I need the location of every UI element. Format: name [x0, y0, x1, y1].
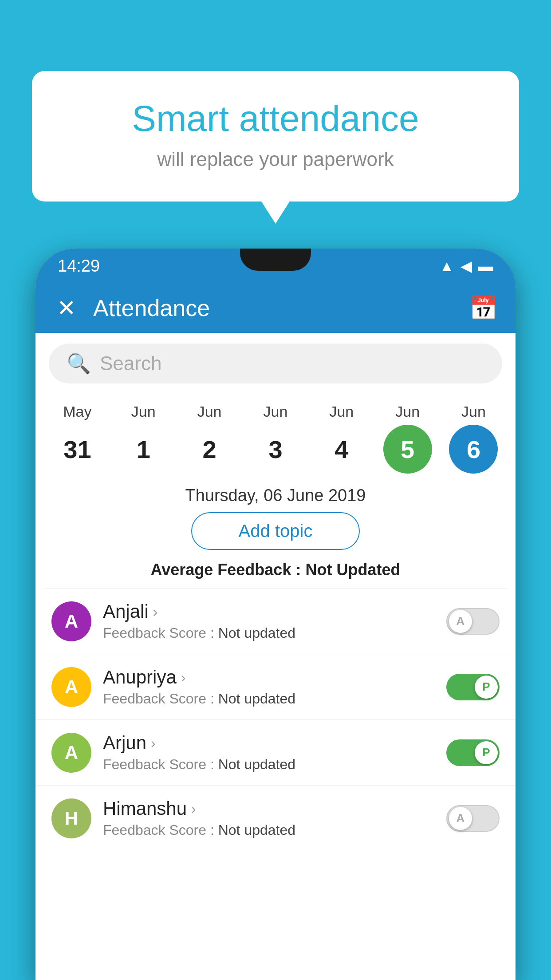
cal-date[interactable]: 1	[119, 425, 168, 474]
cal-month: Jun	[461, 403, 486, 420]
calendar-row: May31Jun1Jun2Jun3Jun4Jun5Jun6	[35, 394, 516, 474]
student-name[interactable]: Himanshu ›	[103, 798, 435, 819]
chevron-icon: ›	[181, 669, 186, 686]
cal-month: Jun	[395, 403, 420, 420]
calendar-day[interactable]: Jun5	[383, 403, 432, 474]
avatar: H	[51, 798, 91, 838]
cal-month: Jun	[197, 403, 222, 420]
student-info: Anjali ›Feedback Score : Not updated	[103, 601, 435, 641]
app-bar: ✕ Attendance 📅	[35, 283, 516, 333]
student-info: Himanshu ›Feedback Score : Not updated	[103, 798, 435, 838]
status-icons: ▲ ◀ ▬	[439, 257, 493, 275]
student-item: AArjun ›Feedback Score : Not updatedP	[35, 720, 516, 786]
signal-icon: ◀	[460, 257, 472, 275]
speech-bubble-title: Smart attendance	[67, 98, 484, 139]
attendance-toggle[interactable]: A	[446, 608, 500, 635]
chevron-icon: ›	[151, 735, 156, 751]
toggle-thumb: P	[475, 676, 498, 699]
chevron-icon: ›	[191, 801, 196, 817]
attendance-toggle[interactable]: A	[446, 805, 500, 832]
avatar: A	[51, 601, 91, 641]
toggle-thumb: P	[475, 741, 498, 764]
phone-frame: 14:29 ▲ ◀ ▬ ✕ Attendance 📅 🔍 Search May3…	[35, 249, 516, 980]
status-time: 14:29	[58, 257, 100, 276]
add-topic-button[interactable]: Add topic	[191, 512, 360, 550]
calendar-day[interactable]: Jun1	[119, 403, 168, 474]
feedback-score: Feedback Score : Not updated	[103, 691, 435, 707]
wifi-icon: ▲	[439, 257, 454, 275]
attendance-toggle[interactable]: P	[446, 739, 500, 766]
avatar: A	[51, 667, 91, 707]
cal-month: May	[63, 403, 91, 420]
phone-notch	[240, 249, 311, 271]
speech-bubble: Smart attendance will replace your paper…	[32, 71, 519, 202]
cal-month: Jun	[131, 403, 156, 420]
phone-screen: 14:29 ▲ ◀ ▬ ✕ Attendance 📅 🔍 Search May3…	[35, 249, 516, 980]
student-item: AAnupriya ›Feedback Score : Not updatedP	[35, 654, 516, 720]
student-item: HHimanshu ›Feedback Score : Not updatedA	[35, 786, 516, 851]
toggle-thumb: A	[449, 610, 472, 633]
calendar-button[interactable]: 📅	[469, 295, 498, 322]
avatar: A	[51, 733, 91, 773]
cal-date[interactable]: 31	[53, 425, 102, 474]
student-item: AAnjali ›Feedback Score : Not updatedA	[35, 589, 516, 654]
feedback-score: Feedback Score : Not updated	[103, 822, 435, 838]
student-list: AAnjali ›Feedback Score : Not updatedAAA…	[35, 589, 516, 851]
cal-month: Jun	[329, 403, 354, 420]
calendar-day[interactable]: May31	[53, 403, 102, 474]
search-placeholder: Search	[100, 352, 161, 375]
chevron-icon: ›	[153, 604, 158, 620]
student-info: Anupriya ›Feedback Score : Not updated	[103, 667, 435, 707]
cal-date[interactable]: 2	[185, 425, 234, 474]
student-name[interactable]: Anupriya ›	[103, 667, 435, 688]
calendar-day[interactable]: Jun2	[185, 403, 234, 474]
calendar-day[interactable]: Jun6	[449, 403, 498, 474]
attendance-toggle[interactable]: P	[446, 674, 500, 700]
calendar-day[interactable]: Jun4	[317, 403, 366, 474]
cal-date[interactable]: 3	[251, 425, 300, 474]
student-info: Arjun ›Feedback Score : Not updated	[103, 732, 435, 773]
app-title: Attendance	[93, 295, 456, 321]
speech-bubble-subtitle: will replace your paperwork	[67, 148, 484, 170]
avg-feedback-value: Not Updated	[305, 561, 400, 579]
avg-feedback-label: Average Feedback :	[151, 561, 301, 579]
feedback-score: Feedback Score : Not updated	[103, 625, 435, 641]
cal-date[interactable]: 6	[449, 425, 498, 474]
calendar-day[interactable]: Jun3	[251, 403, 300, 474]
search-icon: 🔍	[67, 352, 91, 375]
close-button[interactable]: ✕	[53, 295, 80, 321]
search-bar[interactable]: 🔍 Search	[49, 344, 502, 383]
cal-date[interactable]: 5	[383, 425, 432, 474]
toggle-thumb: A	[449, 807, 472, 830]
cal-month: Jun	[264, 403, 288, 420]
avg-feedback: Average Feedback : Not Updated	[35, 561, 516, 579]
student-name[interactable]: Arjun ›	[103, 732, 435, 754]
battery-icon: ▬	[478, 257, 493, 275]
selected-date-label: Thursday, 06 June 2019	[35, 486, 516, 505]
feedback-score: Feedback Score : Not updated	[103, 756, 435, 773]
student-name[interactable]: Anjali ›	[103, 601, 435, 622]
cal-date[interactable]: 4	[317, 425, 366, 474]
